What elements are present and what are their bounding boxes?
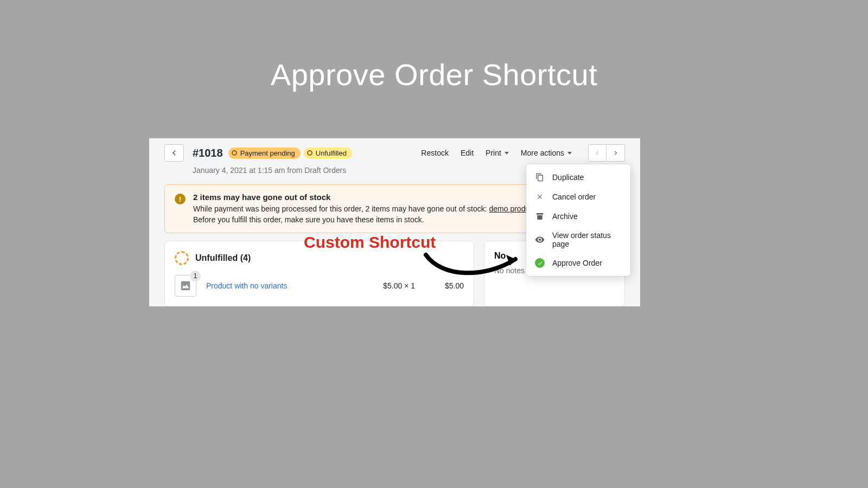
alert-body-pre: While payment was being processed for th…	[193, 204, 489, 213]
menu-duplicate-label: Duplicate	[552, 173, 584, 182]
image-placeholder-icon	[180, 280, 192, 292]
arrow-left-icon	[170, 149, 178, 157]
unfulfilled-icon	[175, 251, 189, 265]
menu-cancel-order[interactable]: Cancel order	[526, 187, 630, 207]
eye-icon	[535, 235, 545, 245]
pager	[588, 144, 625, 162]
print-label: Print	[486, 149, 501, 157]
unfulfilled-title: Unfulfilled (4)	[195, 253, 251, 263]
status-dot-icon	[232, 150, 237, 156]
product-link[interactable]: Product with no variants	[206, 281, 287, 290]
menu-archive[interactable]: Archive	[526, 207, 630, 226]
edit-button[interactable]: Edit	[461, 149, 474, 157]
back-button[interactable]	[164, 144, 184, 162]
menu-approve-order[interactable]: Approve Order	[526, 253, 630, 273]
alert-body-line2: Before you fulfill this order, make sure…	[193, 215, 424, 224]
menu-view-status-label: View order status page	[552, 231, 622, 248]
chevron-down-icon	[567, 152, 572, 155]
overlay-title: Approve Order Shortcut	[271, 57, 597, 92]
menu-duplicate[interactable]: Duplicate	[526, 168, 630, 187]
chevron-right-icon	[612, 150, 619, 156]
line-price-qty: $5.00 × 1	[383, 281, 415, 290]
qty-badge: 1	[190, 271, 201, 281]
restock-button[interactable]: Restock	[421, 149, 449, 157]
fulfillment-status-badge: Unfulfilled	[304, 147, 352, 159]
menu-approve-label: Approve Order	[552, 259, 602, 267]
callout-label: Custom Shortcut	[304, 233, 436, 252]
payment-status-label: Payment pending	[240, 149, 295, 157]
prev-order-button[interactable]	[588, 144, 607, 162]
chevron-down-icon	[505, 152, 509, 155]
menu-view-status[interactable]: View order status page	[526, 226, 630, 253]
more-actions-label: More actions	[521, 149, 564, 157]
more-actions-menu: Duplicate Cancel order Archive View orde…	[526, 164, 630, 276]
payment-status-badge: Payment pending	[228, 147, 301, 159]
check-circle-icon	[535, 258, 545, 268]
order-header: #1018 Payment pending Unfulfilled Restoc…	[149, 138, 640, 162]
fulfillment-status-label: Unfulfilled	[316, 149, 347, 157]
alert-title: 2 items may have gone out of stock	[193, 192, 559, 202]
warning-icon: !	[175, 194, 186, 204]
alert-content: 2 items may have gone out of stock While…	[193, 192, 559, 225]
more-actions-button[interactable]: More actions	[521, 149, 572, 157]
duplicate-icon	[535, 172, 545, 182]
order-id: #1018	[193, 147, 223, 159]
next-order-button[interactable]	[607, 144, 625, 162]
status-dot-icon	[307, 150, 312, 156]
top-actions: Restock Edit Print More actions	[421, 144, 625, 162]
callout-arrow-icon	[420, 248, 529, 286]
menu-cancel-label: Cancel order	[552, 192, 596, 201]
archive-icon	[535, 211, 545, 221]
print-button[interactable]: Print	[486, 149, 509, 157]
close-icon	[535, 192, 545, 202]
chevron-left-icon	[594, 150, 601, 156]
menu-archive-label: Archive	[552, 212, 578, 221]
